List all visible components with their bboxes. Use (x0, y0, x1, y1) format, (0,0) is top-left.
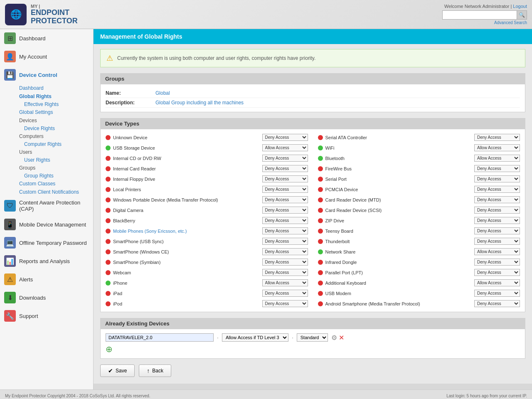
device-name[interactable]: Mobile Phones (Sony Ericsson, etc.) (113, 229, 260, 234)
access-select[interactable]: Deny Access (262, 259, 308, 266)
footer-copyright: My Endpoint Protector Copyright 2004 - 2… (5, 394, 150, 398)
footer: My Endpoint Protector Copyright 2004 - 2… (0, 389, 532, 399)
status-dot (318, 301, 323, 306)
group-desc-row: Description: Global Group including all … (106, 98, 520, 108)
device-row-left-6: Windows Portable Device (Media Transfer … (104, 195, 310, 204)
search-button[interactable]: 🔍 (517, 10, 527, 20)
dc-sub-user-rights[interactable]: User Rights (24, 156, 93, 164)
access-select[interactable]: Deny Access (474, 196, 520, 203)
access-select[interactable]: Deny Access (474, 165, 520, 172)
access-select[interactable]: Deny Access (262, 300, 308, 307)
status-dot (106, 208, 111, 213)
advanced-search-link[interactable]: Advanced Search (442, 20, 527, 25)
access-select[interactable]: Deny Access (474, 207, 520, 214)
sidebar-item-device-control[interactable]: 💾 Device Control (0, 66, 93, 84)
delete-icon[interactable]: ✕ (339, 334, 344, 342)
status-dot (318, 145, 323, 150)
access-select[interactable]: Allow Access (474, 248, 520, 255)
access-select[interactable]: Deny Access (474, 134, 520, 141)
access-select[interactable]: Allow Access (262, 279, 308, 286)
dc-sub-global-settings[interactable]: Global Settings (19, 108, 93, 116)
access-select[interactable]: Deny Access (262, 269, 308, 276)
existing-access-select[interactable]: Allow Access if TD Level 3 (222, 333, 288, 342)
dc-sub-effective-rights[interactable]: Effective Rights (24, 101, 93, 108)
dc-sub-device-rights[interactable]: Device Rights (24, 125, 93, 132)
warning-icon: ⚠ (106, 54, 113, 63)
sidebar-item-reports[interactable]: 📊 Reports and Analysis (0, 252, 93, 270)
logout-link[interactable]: Logout (513, 4, 527, 9)
dc-sub-user-rights-wrap: User Rights (19, 156, 93, 164)
otp-icon: 💻 (4, 237, 16, 249)
access-select[interactable]: Deny Access (474, 238, 520, 245)
access-select[interactable]: Allow Access (262, 144, 308, 151)
dc-sub-computer-rights[interactable]: Computer Rights (24, 140, 93, 148)
settings-icon[interactable]: ⚙ (331, 334, 337, 342)
access-select[interactable]: Allow Access (474, 279, 520, 286)
header-left: 🌐 MY | ENDPOINT PROTECTOR (5, 4, 78, 25)
access-select[interactable]: Allow Access (474, 144, 520, 151)
access-select[interactable]: Deny Access (474, 269, 520, 276)
device-row-left-10: SmartPhone (USB Sync)Deny Access (104, 236, 310, 246)
dc-label-groups: Groups (19, 164, 93, 172)
dc-sub-custom-classes[interactable]: Custom Classes (19, 180, 93, 188)
status-dot (106, 187, 111, 192)
status-dot (106, 218, 111, 223)
dc-sub-custom-notifications[interactable]: Custom Client Notifications (19, 188, 93, 196)
existing-type-select[interactable]: Standard (297, 333, 328, 342)
access-select[interactable]: Deny Access (262, 175, 308, 182)
sidebar-item-dashboard[interactable]: ⊞ Dashboard (0, 29, 93, 47)
access-select[interactable]: Deny Access (262, 227, 308, 234)
device-row-left-3: Internal Card ReaderDeny Access (104, 164, 310, 173)
search-input[interactable] (442, 10, 517, 20)
access-select[interactable]: Deny Access (474, 186, 520, 193)
sidebar-label-cap: Content Aware Protection (CAP) (19, 200, 89, 212)
access-select[interactable]: Deny Access (474, 217, 520, 224)
dc-sub-global-rights[interactable]: Global Rights (19, 92, 93, 101)
access-select[interactable]: Deny Access (262, 155, 308, 162)
access-select[interactable]: Deny Access (474, 175, 520, 182)
access-select[interactable]: Deny Access (262, 248, 308, 255)
access-select[interactable]: Deny Access (262, 290, 308, 297)
scroll-bar[interactable] (94, 384, 532, 389)
sidebar-item-alerts[interactable]: ⚠ Alerts (0, 270, 93, 288)
sidebar-label-alerts: Alerts (19, 276, 33, 283)
add-device-button[interactable]: ⊕ (106, 344, 520, 354)
access-select[interactable]: Deny Access (474, 300, 520, 307)
warning-text: Currently the system is using both compu… (117, 55, 315, 61)
sidebar-item-mdm[interactable]: 📱 Mobile Device Management (0, 215, 93, 234)
status-dot (106, 156, 111, 161)
footer-last-login: Last login: 5 hours ago from your curren… (446, 394, 527, 398)
access-select[interactable]: Deny Access (262, 217, 308, 224)
access-select[interactable]: Allow Access (474, 155, 520, 162)
device-row-right-8: ZIP DriveDeny Access (316, 216, 522, 225)
access-select[interactable]: Deny Access (474, 290, 520, 297)
access-select[interactable]: Deny Access (262, 186, 308, 193)
access-select[interactable]: Deny Access (262, 207, 308, 214)
sidebar-item-otp[interactable]: 💻 Offline Temporary Password (0, 234, 93, 252)
dc-sub-group-rights[interactable]: Group Rights (24, 172, 93, 180)
access-select[interactable]: Deny Access (262, 196, 308, 203)
device-name: iPod (113, 301, 260, 306)
device-row-right-16: Android Smartphone (Media Transfer Proto… (316, 299, 522, 308)
sidebar-item-downloads[interactable]: ⬇ Downloads (0, 288, 93, 307)
status-dot (106, 177, 111, 182)
device-row-right-6: Card Reader Device (MTD)Deny Access (316, 195, 522, 204)
existing-device-name-input[interactable] (106, 333, 214, 342)
access-select[interactable]: Deny Access (262, 238, 308, 245)
access-select[interactable]: Deny Access (262, 165, 308, 172)
device-name: Local Printers (113, 187, 260, 192)
status-dot (106, 239, 111, 244)
access-select[interactable]: Deny Access (474, 227, 520, 234)
existing-devices-header: Already Existing Devices (100, 318, 525, 329)
access-select[interactable]: Deny Access (262, 134, 308, 141)
device-name: Serial Port (325, 177, 472, 182)
back-button[interactable]: ↑ Back (139, 365, 171, 377)
content-area: ⚠ Currently the system is using both com… (94, 44, 532, 382)
device-name: Internal Floppy Drive (113, 177, 260, 182)
access-select[interactable]: Deny Access (474, 259, 520, 266)
sidebar-item-cap[interactable]: 🛡 Content Aware Protection (CAP) (0, 196, 93, 215)
sidebar-item-account[interactable]: 👤 My Account (0, 47, 93, 66)
dc-sub-dashboard[interactable]: Dashboard (19, 84, 93, 92)
save-button[interactable]: ✔ Save (100, 365, 135, 377)
sidebar-item-support[interactable]: 🔧 Support (0, 307, 93, 325)
